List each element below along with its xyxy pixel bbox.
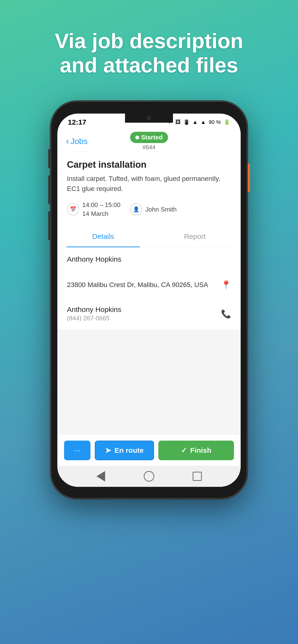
side-orange-accent <box>248 164 250 192</box>
volume-down-button <box>48 176 50 204</box>
client-name-row: Anthony Hopkins <box>57 248 241 272</box>
home-circle-icon <box>144 471 154 482</box>
action-bar: ··· ➤ En route ✓ Finish <box>57 434 241 466</box>
time-meta: 📅 14:00 – 15:00 14 March <box>67 200 120 218</box>
contact-row[interactable]: Anthony Hopkins (844) 267-0665 📞 <box>57 298 241 330</box>
job-number: #644 <box>142 144 155 151</box>
headline: Via job description and attached files <box>41 29 257 77</box>
signal-icon: ▲ <box>192 119 198 125</box>
person-icon: 👤 <box>130 204 142 216</box>
image-icon: 🖼 <box>175 119 181 125</box>
navigation-icon: ➤ <box>105 446 111 454</box>
phone-screen: 12:17 ✓ 🖼 📳 ▲ ▲ 90 % 🔋 ‹ Jobs <box>57 114 241 487</box>
android-recents-button[interactable] <box>191 470 204 483</box>
back-button[interactable]: ‹ Jobs <box>66 136 88 146</box>
time-text: 14:00 – 15:00 14 March <box>82 200 120 218</box>
phone-mockup: 12:17 ✓ 🖼 📳 ▲ ▲ 90 % 🔋 ‹ Jobs <box>51 101 247 504</box>
job-meta: 📅 14:00 – 15:00 14 March 👤 John Smith <box>67 200 231 218</box>
android-home-button[interactable] <box>142 470 156 483</box>
job-content: Carpet installation Install carpet. Tuft… <box>57 152 241 223</box>
checkmark-icon: ✓ <box>181 446 187 454</box>
address-row[interactable]: 23800 Malibu Crest Dr, Malibu, CA 90265,… <box>57 272 241 298</box>
calendar-icon: 📅 <box>67 204 79 216</box>
badge-dot <box>135 136 139 140</box>
camera-notch <box>125 114 173 123</box>
enroute-button[interactable]: ➤ En route <box>95 440 154 460</box>
status-icons: ✓ 🖼 📳 ▲ ▲ 90 % 🔋 <box>168 119 230 125</box>
more-options-button[interactable]: ··· <box>64 440 90 460</box>
dots-icon: ··· <box>74 446 81 455</box>
assignee-name: John Smith <box>145 205 177 214</box>
back-arrow-icon: ‹ <box>66 136 69 146</box>
back-triangle-icon <box>96 471 105 482</box>
enroute-label: En route <box>114 446 144 454</box>
location-pin-icon: 📍 <box>221 280 231 290</box>
nav-bar: ‹ Jobs Started #644 <box>57 131 241 152</box>
job-description: Install carpet. Tufted, with foam, glued… <box>67 174 231 194</box>
client-name: Anthony Hopkins <box>67 255 231 263</box>
android-nav-bar <box>57 466 241 487</box>
address-text: 23800 Malibu Crest Dr, Malibu, CA 90265,… <box>67 280 231 290</box>
headline-line1: Via job description <box>55 29 243 53</box>
details-section: Anthony Hopkins 23800 Malibu Crest Dr, M… <box>57 248 241 487</box>
status-badge: Started <box>130 132 168 143</box>
wifi-icon: ▲ <box>201 119 206 125</box>
camera-dot <box>147 116 151 120</box>
tabs: Details Report <box>57 226 241 248</box>
headline-line2: and attached files <box>60 53 238 77</box>
job-title: Carpet installation <box>67 160 231 170</box>
vibrate-icon: 📳 <box>184 119 190 125</box>
finish-label: Finish <box>190 446 211 454</box>
volume-up-button <box>48 149 50 168</box>
contact-name: Anthony Hopkins <box>67 306 231 314</box>
contact-phone: (844) 267-0665 <box>67 314 231 322</box>
tab-details[interactable]: Details <box>57 226 149 247</box>
finish-button[interactable]: ✓ Finish <box>158 440 234 460</box>
nav-center: Started #644 <box>130 132 168 151</box>
assignee-meta: 👤 John Smith <box>130 204 177 216</box>
phone-icon: 📞 <box>221 309 231 319</box>
battery-icon: 🔋 <box>224 119 230 125</box>
recents-square-icon <box>193 472 202 481</box>
power-button <box>48 211 50 240</box>
empty-content-area <box>57 330 241 434</box>
back-label: Jobs <box>71 136 88 146</box>
tab-report[interactable]: Report <box>149 226 241 247</box>
badge-label: Started <box>141 134 163 141</box>
status-time: 12:17 <box>68 118 86 126</box>
android-back-button[interactable] <box>94 470 107 483</box>
battery-text: 90 % <box>209 119 221 125</box>
